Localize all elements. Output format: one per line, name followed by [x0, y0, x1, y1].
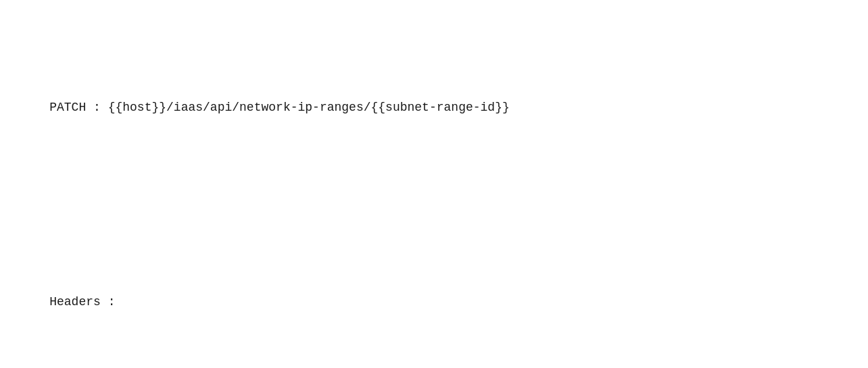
method-text: PATCH : [49, 101, 107, 114]
code-content: PATCH : {{host}}/iaas/api/network-ip-ran… [20, 20, 848, 368]
empty-line-1 [20, 195, 848, 215]
method-line: PATCH : {{host}}/iaas/api/network-ip-ran… [20, 78, 848, 136]
url-text: {{host}}/iaas/api/network-ip-ranges/{{su… [108, 101, 510, 114]
headers-line: Headers : [20, 273, 848, 331]
headers-label: Headers : [49, 295, 115, 309]
